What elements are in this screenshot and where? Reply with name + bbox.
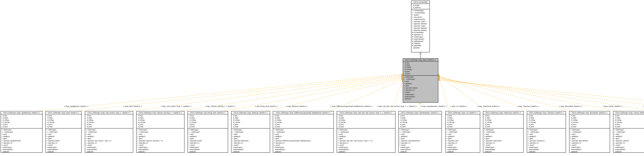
class-method: - restoreData() <box>570 149 609 151</box>
class-node-instance-3[interactable]: CVC3::CDOmap< Expr, CDList< dynTrig > *,… <box>136 111 184 153</box>
template-instance-arrow <box>224 78 403 111</box>
class-method: + next() <box>484 144 523 146</box>
class-attribute: - d_next <box>274 126 333 128</box>
class-attribute: - d_data <box>528 117 565 119</box>
class-method: + ~CDOmap() <box>404 78 438 80</box>
class-method: - makeCopy() <box>46 146 81 149</box>
class-method: + operator std::vector< Expr >() <box>86 140 132 142</box>
template-args-edge-label: < Expr, EpsRational, HashFcn > <box>64 106 89 107</box>
class-method: + next() <box>338 144 394 146</box>
class-method: + operator delete() <box>412 23 429 25</box>
class-method: - restoreData() <box>86 149 132 151</box>
class-node-instance-10[interactable]: CVC3::CDOmap< Expr, FreeConst, HashFcn >… <box>483 111 524 153</box>
class-method: + get() <box>188 138 227 140</box>
class-node-instance-11[interactable]: CVC3::CDOmap< Expr, Theorem, HashFcn >- … <box>527 111 566 153</box>
class-method: + get() <box>86 138 132 140</box>
class-title: CVC3::CDOmap< Expr, FreeConst, HashFcn > <box>483 111 523 114</box>
class-method: - restoreData() <box>274 149 333 151</box>
class-method: - setNull() <box>86 151 132 153</box>
class-attribute: - d_prev <box>232 124 269 126</box>
class-method: + getKey() <box>528 136 565 138</box>
class-attribute: - d_inMap <box>404 66 438 68</box>
class-node-instance-2[interactable]: CVC3::CDOmap< Expr, std::vector< Expr >,… <box>85 111 133 153</box>
class-attribute: - d_inMap <box>274 119 333 121</box>
class-node-instance-0[interactable]: CVC3::CDOmap< Expr, EpsRational, HashFcn… <box>1 111 42 153</box>
class-method: + next() <box>570 144 609 146</box>
attributes-compartment: - d_key- d_data- d_inMap- d_cdmap- d_pre… <box>273 114 334 129</box>
template-args-edge-label: < Expr, Literal, HashFcn > <box>602 106 623 107</box>
class-method: + ~CDOmap() <box>338 131 394 133</box>
template-args-edge-label: < Expr, EdgeInfo, HashFcn > <box>643 106 644 107</box>
class-method: - makeCopy() <box>614 146 644 149</box>
class-method: + set() <box>399 133 441 136</box>
class-attribute: - d_next <box>86 126 132 128</box>
class-method: + ~CDOmap() <box>46 131 81 133</box>
class-method: - restoreData() <box>399 149 441 151</box>
class-node-instance-5[interactable]: CVC3::CDOmap< Expr, Rational, HashFcn >-… <box>231 111 270 153</box>
class-method: - restoreData() <box>46 149 81 151</box>
class-method: + operator Theorem() <box>528 140 565 142</box>
class-method: + get() <box>137 138 184 140</box>
methods-compartment: + CDOmap()+ ~CDOmap()+ set()+ getKey()+ … <box>446 129 480 153</box>
class-attribute: - d_next <box>446 126 479 128</box>
class-method: - makeCopy() <box>484 146 523 149</box>
class-title: CVC3::CDOmap< Expr, DifferenceLogicGraph… <box>273 111 334 114</box>
class-node-instance-12[interactable]: CVC3::CDOmap< Expr, BoundInfo, HashFcn >… <box>569 111 610 153</box>
class-attribute: - d_prev <box>399 124 441 126</box>
class-method: + operator int() <box>446 140 479 142</box>
class-method: # ContextObj() <box>412 31 429 34</box>
class-method: + set() <box>404 80 438 83</box>
class-method: + ~CDOmap() <box>137 131 184 133</box>
class-node-instance-8[interactable]: CVC3::CDOmap< Expr, UserAssertion, HashF… <box>398 111 442 153</box>
class-node-cdomap-template[interactable]: CVC3::CDOmap< Key, Data, HashFcn >- d_ke… <box>403 58 438 103</box>
class-method: + ~CDOmap() <box>399 131 441 133</box>
class-node-instance-9[interactable]: CVC3::CDOmap< Expr, int, HashFcn >- d_ke… <box>446 111 480 153</box>
class-attribute: - d_data <box>399 117 441 119</box>
class-attribute: - d_data <box>404 64 438 66</box>
class-attribute: - d_cdmap <box>137 121 184 124</box>
class-attribute: - d_cdmap <box>46 121 81 124</box>
class-method: + set() <box>570 133 609 136</box>
class-method: + next() <box>2 144 42 146</box>
class-node-instance-6[interactable]: CVC3::CDOmap< Expr, DifferenceLogicGraph… <box>273 111 334 153</box>
class-method: + ~CDOmap() <box>86 131 132 133</box>
class-method: - makeCopy() <box>274 146 333 149</box>
class-attribute: - d_next <box>188 126 227 128</box>
class-attribute: - d_data <box>614 117 644 119</box>
class-attribute: - d_prev <box>404 71 438 73</box>
class-method: + operator EpsRational() <box>2 140 42 142</box>
class-node-contextobj[interactable]: CVC3::ContextObj- d_scope- d_restore+ Co… <box>411 1 430 52</box>
class-method: + get() <box>528 138 565 140</box>
class-node-instance-13[interactable]: CVC3::CDOmap< Expr, Literal, HashFcn >- … <box>613 111 644 153</box>
class-attribute: - d_cdmap <box>232 121 269 124</box>
template-args-edge-label: < Expr, BoundInfo, HashFcn > <box>559 106 583 107</box>
class-node-instance-7[interactable]: CVC3::CDOmap< Expr, std::set< std::vecto… <box>337 111 396 153</box>
class-method: + getKey() <box>446 136 479 138</box>
class-method: + makeCurrent() <box>412 18 429 20</box>
class-method: - makeCopy() <box>338 146 394 149</box>
class-attribute: - d_prev <box>2 124 42 126</box>
class-attribute: - d_cdmap <box>274 121 333 124</box>
class-method: - makeCopy() <box>137 146 184 149</box>
class-method: + CDOmap() <box>274 129 333 131</box>
class-attribute: - d_next <box>614 126 644 128</box>
class-method: + operator std::set< std::vector< Expr >… <box>338 140 394 142</box>
class-method: - restoreData() <box>2 149 42 151</box>
class-method: - makeCopy() <box>232 146 269 149</box>
class-node-instance-4[interactable]: CVC3::CDOmap< std::string, bool, HashFcn… <box>188 111 228 153</box>
class-method: + operator=() <box>399 142 441 144</box>
class-attribute: - d_prev <box>46 124 81 126</box>
class-attribute: - d_prev <box>338 124 394 126</box>
class-method: + ~CDOmap() <box>484 131 523 133</box>
class-method: - makeCopy() <box>86 146 132 149</box>
class-attribute: - d_cdmap <box>188 121 227 124</box>
attributes-compartment: - d_key- d_data- d_inMap- d_cdmap- d_pre… <box>446 114 480 129</box>
methods-compartment: + CDOmap()+ ~CDOmap()+ set()+ getKey()+ … <box>188 129 228 153</box>
class-attribute: - d_key <box>274 115 333 117</box>
class-method: + CDOmap() <box>484 129 523 131</box>
class-method: + get() <box>404 85 438 87</box>
class-attribute: - d_key <box>46 115 81 117</box>
attributes-compartment: - d_key- d_data- d_inMap- d_cdmap- d_pre… <box>613 114 644 129</box>
class-attribute: - d_key <box>188 115 227 117</box>
class-node-instance-1[interactable]: CVC3::CDOmap< Expr, bool, HashFcn >- d_k… <box>46 111 82 153</box>
